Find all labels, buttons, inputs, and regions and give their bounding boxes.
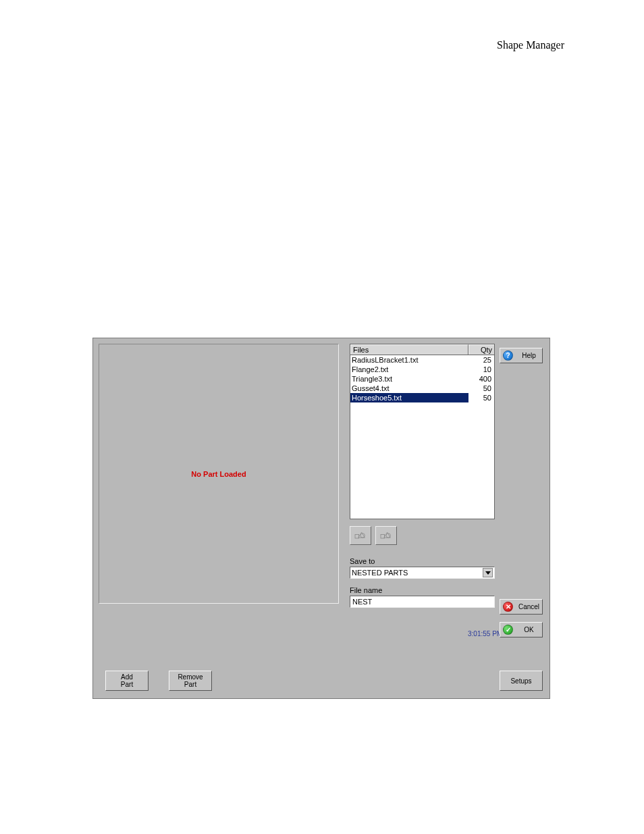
cancel-label: Cancel [516,603,542,610]
file-row[interactable]: Flange2.txt10 [350,365,494,374]
svg-marker-4 [384,532,391,538]
ok-button[interactable]: ✓ OK [500,622,543,637]
setups-button[interactable]: Setups [500,671,543,691]
add-part-l1: Add [121,673,133,681]
help-button[interactable]: ? Help [500,348,543,363]
file-qty-cell: 10 [468,365,494,374]
file-name-cell: RadiusLBracket1.txt [350,355,468,365]
file-name-cell: Flange2.txt [350,365,468,374]
timestamp: 3:01:55 PM [468,630,502,637]
icon-buttons-row [350,526,397,545]
shapes-icon [379,530,393,541]
file-name-cell: Horseshoe5.txt [350,393,468,402]
shapes-b-button[interactable] [375,526,397,545]
file-name-cell: Gusset4.txt [350,384,468,393]
shapes-a-button[interactable] [350,526,371,545]
remove-part-button[interactable]: Remove Part [169,671,212,691]
save-to-label: Save to [350,557,375,565]
add-part-button[interactable]: Add Part [105,671,149,691]
add-part-l2: Part [121,681,133,688]
file-name-input[interactable] [350,596,495,608]
file-name-label: File name [350,586,382,594]
shapes-icon [354,530,367,541]
file-list[interactable]: Files Qty RadiusLBracket1.txt25Flange2.t… [350,344,495,519]
preview-panel: No Part Loaded [99,344,339,604]
page-title: Shape Manager [497,39,564,51]
file-list-header: Files Qty [350,344,494,355]
file-row[interactable]: RadiusLBracket1.txt25 [350,355,494,365]
file-qty-cell: 25 [468,355,494,365]
save-to-select[interactable]: NESTED PARTS [350,567,495,579]
help-icon: ? [503,350,513,361]
no-part-loaded-label: No Part Loaded [191,470,246,478]
help-label: Help [516,352,542,359]
remove-part-l2: Part [184,681,196,688]
setups-label: Setups [510,677,531,685]
file-row[interactable]: Gusset4.txt50 [350,384,494,393]
ok-icon: ✓ [503,625,513,635]
file-row[interactable]: Triangle3.txt400 [350,374,494,384]
app-window: No Part Loaded Files Qty RadiusLBracket1… [92,338,550,699]
svg-marker-1 [358,532,365,538]
file-name-cell: Triangle3.txt [350,374,468,384]
file-qty-cell: 50 [468,384,494,393]
save-to-value: NESTED PARTS [352,569,408,577]
files-column-header[interactable]: Files [350,344,468,355]
cancel-button[interactable]: ✕ Cancel [500,599,543,615]
cancel-icon: ✕ [503,602,513,612]
remove-part-l1: Remove [178,673,203,681]
chevron-down-icon [483,568,493,577]
file-qty-cell: 400 [468,374,494,384]
ok-label: OK [516,626,542,633]
qty-column-header[interactable]: Qty [468,344,494,355]
file-row[interactable]: Horseshoe5.txt50 [350,393,494,402]
file-qty-cell: 50 [468,393,494,402]
